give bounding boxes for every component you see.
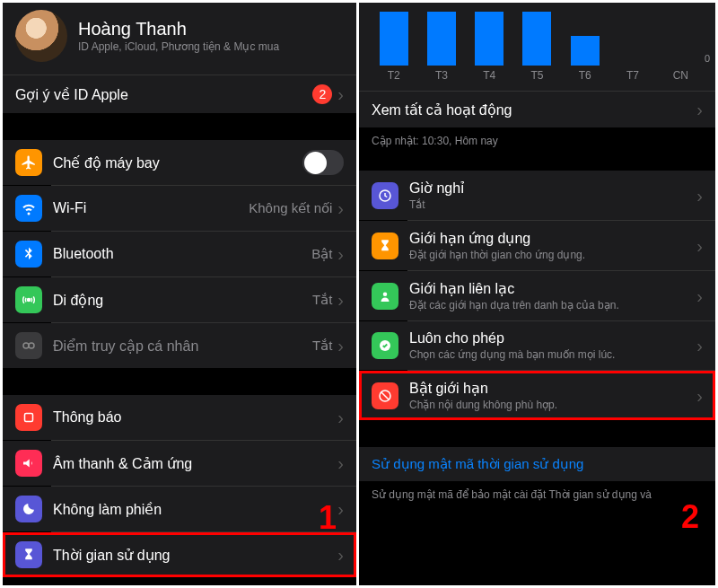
annotation-marker-1: 1 xyxy=(319,499,337,537)
chevron-right-icon: › xyxy=(337,245,344,263)
downtime-icon xyxy=(372,182,398,209)
content-restrictions-row[interactable]: Bật giới hạn Chặn nội dung không phù hợp… xyxy=(359,371,715,420)
cellular-icon xyxy=(15,286,42,313)
chevron-right-icon: › xyxy=(696,387,703,405)
person-icon xyxy=(372,283,398,310)
sounds-icon xyxy=(15,450,42,477)
moon-icon xyxy=(15,496,42,522)
chevron-right-icon: › xyxy=(337,546,344,564)
chart-axis: T2 T3 T4 T5 T6 T7 CN xyxy=(359,66,715,92)
avatar xyxy=(15,10,67,62)
svg-point-0 xyxy=(27,298,31,303)
airplane-toggle[interactable] xyxy=(302,150,344,175)
svg-point-5 xyxy=(383,292,388,296)
chevron-right-icon: › xyxy=(337,500,344,518)
bar-t5 xyxy=(522,12,551,66)
chevron-right-icon: › xyxy=(696,287,703,305)
dnd-row[interactable]: Không làm phiền › xyxy=(3,487,356,531)
hotspot-row[interactable]: Điểm truy cập cá nhân Tắt › xyxy=(3,323,356,368)
chevron-right-icon: › xyxy=(337,454,344,472)
passcode-footer: Sử dụng mật mã để bảo mật cài đặt Thời g… xyxy=(359,481,715,508)
chevron-right-icon: › xyxy=(337,291,344,309)
bar-t4 xyxy=(475,12,503,66)
profile-row[interactable]: Hoàng Thanh ID Apple, iCloud, Phương tiệ… xyxy=(3,3,356,75)
suggestion-badge: 2 xyxy=(312,84,332,104)
chevron-right-icon: › xyxy=(337,85,344,103)
profile-name: Hoàng Thanh xyxy=(78,19,344,39)
suggestion-label: Gợi ý về ID Apple xyxy=(15,86,312,103)
chevron-right-icon: › xyxy=(696,237,703,255)
wifi-icon xyxy=(15,195,42,222)
bar-t3 xyxy=(427,12,456,66)
updated-label: Cập nhật: 10:30, Hôm nay xyxy=(359,127,715,154)
svg-point-1 xyxy=(23,343,29,348)
chevron-right-icon: › xyxy=(696,187,703,205)
screen-time-row[interactable]: Thời gian sử dụng › xyxy=(3,532,356,577)
bluetooth-row[interactable]: Bluetooth Bật › xyxy=(3,232,356,276)
chevron-right-icon: › xyxy=(337,408,344,426)
wifi-row[interactable]: Wi-Fi Không kết nối › xyxy=(3,186,356,231)
hourglass-icon xyxy=(15,541,42,568)
passcode-row[interactable]: Sử dụng mật mã thời gian sử dụng xyxy=(359,447,715,481)
annotation-marker-2: 2 xyxy=(681,498,699,536)
svg-point-2 xyxy=(29,343,34,348)
cellular-row[interactable]: Di động Tắt › xyxy=(3,277,356,322)
profile-sub: ID Apple, iCloud, Phương tiện & Mục mua xyxy=(78,40,344,53)
no-entry-icon xyxy=(372,382,398,409)
hourglass-icon xyxy=(372,233,398,259)
chevron-right-icon: › xyxy=(337,337,344,355)
airplane-mode-row[interactable]: Chế độ máy bay xyxy=(3,140,356,185)
svg-rect-3 xyxy=(25,414,33,422)
bar-t6 xyxy=(571,36,600,66)
screen-time-panel: 0 T2 T3 T4 T5 T6 T7 CN Xem tất cả hoạt đ… xyxy=(359,3,715,585)
bluetooth-icon xyxy=(15,241,42,268)
bar-t2 xyxy=(380,12,408,66)
always-allowed-row[interactable]: Luôn cho phép Chọn các ứng dụng mà bạn m… xyxy=(359,321,715,370)
check-icon xyxy=(372,332,398,359)
hotspot-icon xyxy=(15,332,42,359)
chevron-right-icon: › xyxy=(696,337,703,355)
view-all-activity-row[interactable]: Xem tất cả hoạt động › xyxy=(359,92,715,127)
notifications-row[interactable]: Thông báo › xyxy=(3,395,356,440)
chevron-right-icon: › xyxy=(337,199,344,217)
settings-main-panel: Hoàng Thanh ID Apple, iCloud, Phương tiệ… xyxy=(3,3,359,585)
app-limits-row[interactable]: Giới hạn ứng dụng Đặt giới hạn thời gian… xyxy=(359,221,715,270)
chevron-right-icon: › xyxy=(696,101,703,118)
notifications-icon xyxy=(15,404,42,431)
communication-limits-row[interactable]: Giới hạn liên lạc Đặt các giới hạn dựa t… xyxy=(359,271,715,320)
apple-id-suggestion-row[interactable]: Gợi ý về ID Apple 2 › xyxy=(3,75,356,113)
airplane-icon xyxy=(15,149,42,176)
downtime-row[interactable]: Giờ nghỉ Tắt › xyxy=(359,171,715,220)
usage-chart: 0 xyxy=(359,3,715,66)
sounds-row[interactable]: Âm thanh & Cảm ứng › xyxy=(3,441,356,486)
